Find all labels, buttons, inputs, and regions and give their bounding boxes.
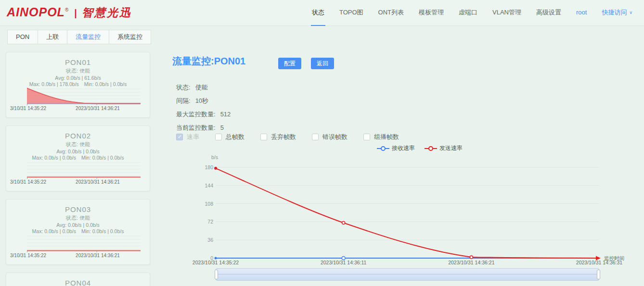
top-nav: 状态 TOPO图 ONT列表 模板管理 虚端口 VLAN管理 高级设置 root… [298,0,633,26]
tab-bar: PON 上联 流量监控 系统监控 [7,30,151,44]
nav-item-vlan-mgmt[interactable]: VLAN管理 [491,0,522,26]
config-button[interactable]: 配置 [278,58,301,69]
pon-card-status: 状态: 使能 [6,67,150,75]
pon-card-pon01[interactable]: PON01 状态: 使能 Avg: 0.0b/s | 61.6b/s Max: … [6,52,150,118]
slider-handle-left[interactable] [215,270,218,279]
pon-card-maxmin: Max: 0.0b/s | 178.0b/s Min: 0.0b/s | 0.0… [6,81,150,87]
svg-text:监控时间: 监控时间 [604,255,624,261]
checkbox-multicast-frames[interactable]: 组播帧数 [363,133,399,141]
slider-handle-right[interactable] [597,270,600,279]
checkbox-icon [215,134,222,140]
tab-uplink[interactable]: 上联 [38,30,67,44]
spark-x-left: 3/10/31 14:35:22 [10,253,46,258]
line-marker-icon [425,146,437,151]
detail-status: 状态:使能 [176,81,231,94]
nav-item-advanced-settings[interactable]: 高级设置 [535,0,562,26]
line-marker-icon [377,146,389,151]
sparkline-x-labels: 3/10/31 14:35:22 2023/10/31 14:36:21 [6,106,150,112]
pon-card-maxmin: Max: 0.0b/s | 0.0b/s Min: 0.0b/s | 0.0b/… [6,228,150,234]
checkbox-icon [260,134,267,140]
sparkline-x-labels: 3/10/31 14:35:22 2023/10/31 14:36:21 [6,253,150,260]
nav-item-status[interactable]: 状态 [311,0,325,26]
pon-card-min: Min: 0.0b/s | 0.0b/s [81,228,124,234]
datazoom-slider[interactable] [216,268,599,281]
detail-max-count: 最大监控数量:512 [176,108,231,121]
nav-item-ont-list[interactable]: ONT列表 [377,0,405,26]
sparkline-chart [27,87,141,105]
checkbox-icon [312,134,319,140]
detail-interval: 间隔:10秒 [176,94,231,108]
checkbox-dropped-frames[interactable]: 丢弃帧数 [260,133,296,141]
pon-card-title: PON02 [6,132,150,140]
checkbox-rate: 速率 [176,133,199,141]
pon-card-min: Min: 0.0b/s | 0.0b/s [84,81,127,87]
quick-access-label: 快捷访问 [602,8,627,17]
back-button[interactable]: 返回 [311,58,334,69]
tab-pon[interactable]: PON [7,30,38,44]
pon-card-pon03[interactable]: PON03 状态: 使能 Avg: 0.0b/s | 0.0b/s Max: 0… [6,199,150,265]
spark-x-left: 3/10/31 14:35:22 [10,179,46,185]
legend-receive-rate[interactable]: 接收速率 [377,144,415,152]
registered-mark: ® [65,7,68,12]
pon-card-title: PON01 [6,58,150,66]
pon-card-maxmin: Max: 0.0b/s | 0.0b/s Min: 0.0b/s | 0.0b/… [6,155,150,161]
logo-divider: | [74,8,77,19]
pon-card-max: Max: 0.0b/s | 0.0b/s [32,228,76,234]
traffic-line-chart: 03672108144180b/s2023/10/31 14:35:222023… [202,153,631,273]
traffic-monitor-panel: 流量监控:PON01 配置 返回 状态:使能 间隔:10秒 最大监控数量:512… [172,52,644,286]
checkbox-total-frames[interactable]: 总帧数 [215,133,245,141]
metric-checkbox-row: 速率 总帧数 丢弃帧数 错误帧数 组播帧数 [176,133,415,141]
tab-system-monitor[interactable]: 系统监控 [109,30,151,44]
pon-card-max: Max: 0.0b/s | 178.0b/s [29,81,79,87]
header: AINOPOL® | 智慧光迅 状态 TOPO图 ONT列表 模板管理 虚端口 … [0,0,644,26]
svg-text:2023/10/31 14:36:21: 2023/10/31 14:36:21 [448,260,495,265]
svg-text:b/s: b/s [211,154,218,160]
svg-text:108: 108 [205,201,213,207]
pon-card-status: 状态: 使能 [6,214,150,222]
pon-card-pon02[interactable]: PON02 状态: 使能 Avg: 0.0b/s | 0.0b/s Max: 0… [6,125,150,191]
pon-card-title: PON04 [6,279,150,286]
pon-card-avg: Avg: 0.0b/s | 0.0b/s [6,149,150,154]
pon-card-avg: Avg: 0.0b/s | 0.0b/s [6,222,150,228]
pon-card-list: PON01 状态: 使能 Avg: 0.0b/s | 61.6b/s Max: … [6,52,150,286]
chevron-down-icon: ∨ [629,10,632,15]
sparkline-chart [27,234,141,252]
checkbox-icon [363,134,370,140]
pon-card-title: PON03 [6,205,150,213]
spark-x-left: 3/10/31 14:35:22 [10,106,46,111]
brand-logo: AINOPOL® | 智慧光迅 [7,5,132,20]
svg-text:36: 36 [207,237,213,243]
svg-text:72: 72 [207,219,213,224]
svg-text:2023/10/31 14:35:22: 2023/10/31 14:35:22 [193,260,239,265]
pon-card-avg: Avg: 0.0b/s | 61.6b/s [6,75,150,81]
checkbox-error-frames[interactable]: 错误帧数 [312,133,348,141]
checkbox-checked-icon [176,134,183,140]
svg-text:180: 180 [205,164,213,170]
spark-x-mid: 2023/10/31 14:36:21 [64,106,131,111]
nav-item-topo[interactable]: TOPO图 [338,0,364,26]
nav-quick-access[interactable]: 快捷访问 ∨ [601,0,633,26]
pon-card-max: Max: 0.0b/s | 0.0b/s [32,155,76,161]
slider-baseline [216,274,599,274]
sparkline-x-labels: 3/10/31 14:35:22 2023/10/31 14:36:21 [6,179,150,186]
nav-item-template-mgmt[interactable]: 模板管理 [418,0,445,26]
pon-card-status: 状态: 使能 [6,141,150,148]
monitor-details: 状态:使能 间隔:10秒 最大监控数量:512 当前监控数量:5 [176,81,231,135]
sparkline-chart [27,161,141,179]
nav-user-root[interactable]: root [575,0,588,26]
brand-name: AINOPOL [7,5,65,19]
nav-item-virtual-port[interactable]: 虚端口 [458,0,478,26]
tab-traffic-monitor[interactable]: 流量监控 [67,30,109,44]
page-title: 流量监控:PON01 [172,55,245,68]
legend-send-rate[interactable]: 发送速率 [425,144,463,152]
spark-x-mid: 2023/10/31 14:36:21 [64,253,131,258]
spark-x-mid: 2023/10/31 14:36:21 [64,179,131,185]
pon-card-min: Min: 0.0b/s | 0.0b/s [81,155,124,161]
svg-text:144: 144 [205,183,213,188]
chart-legend: 接收速率 发送速率 [377,144,472,152]
pon-card-pon04[interactable]: PON04 [6,273,150,286]
brand-slogan: 智慧光迅 [82,5,132,20]
svg-text:2023/10/31 14:36:11: 2023/10/31 14:36:11 [321,260,367,265]
